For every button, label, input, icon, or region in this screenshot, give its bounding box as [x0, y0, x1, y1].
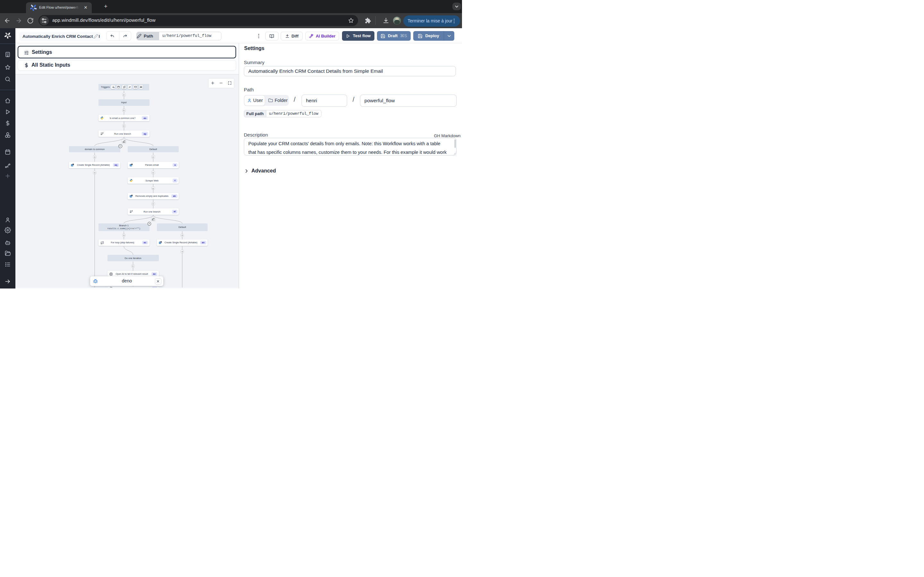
svg-text:TS: TS — [160, 242, 161, 243]
svg-text:TS: TS — [130, 165, 132, 166]
svg-text:TS: TS — [130, 196, 132, 197]
svg-text:TS: TS — [71, 165, 73, 166]
